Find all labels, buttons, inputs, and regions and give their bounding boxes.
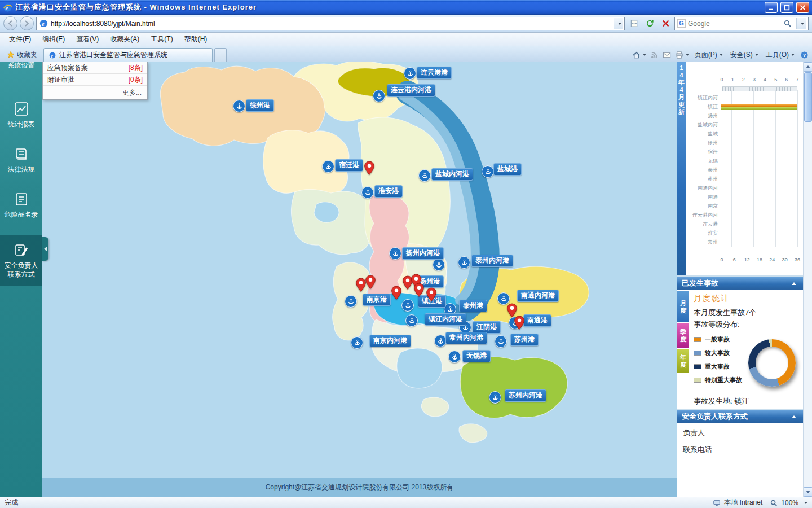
zoom-dropdown-icon[interactable]	[804, 502, 807, 504]
port-label[interactable]: 盐城港	[493, 163, 522, 176]
quick-menu-item[interactable]: 附证审批[0条]	[43, 74, 147, 86]
zoom-level[interactable]: 100%	[781, 499, 798, 507]
port-label[interactable]: 连云港内河港	[387, 84, 435, 97]
accident-tab-月度[interactable]: 月度	[677, 291, 689, 322]
refresh-button[interactable]	[643, 17, 656, 30]
print-button[interactable]	[675, 51, 689, 59]
map-area[interactable]: 连云港港连云港内河港徐州港宿迁港淮安港盐城内河港盐城港扬州内河港泰州内河港扬州港…	[42, 62, 677, 497]
port-anchor-icon[interactable]	[448, 351, 461, 363]
port-label[interactable]: 苏州内河港	[505, 389, 546, 402]
sidebar-item[interactable]: 危险品名录	[0, 190, 42, 221]
collapse-up-icon[interactable]	[789, 279, 798, 287]
port-label[interactable]: 连云港港	[417, 67, 452, 79]
search-button[interactable]	[780, 17, 794, 30]
port-label[interactable]: 徐州港	[246, 99, 274, 112]
feeds-button[interactable]	[650, 51, 659, 59]
quick-menu-item[interactable]: 应急预案备案[8条]	[43, 62, 147, 74]
port-label[interactable]: 宿迁港	[335, 159, 363, 172]
compatibility-view-button[interactable]	[627, 17, 641, 30]
port-anchor-icon[interactable]	[495, 335, 507, 348]
quick-menu-more[interactable]: 更多...	[43, 86, 147, 99]
scroll-up-button[interactable]	[804, 62, 812, 72]
maximize-button[interactable]	[780, 2, 793, 13]
stop-button[interactable]	[659, 17, 672, 30]
port-anchor-icon[interactable]	[345, 295, 357, 308]
command-button[interactable]: 工具(O)	[764, 50, 796, 60]
port-label[interactable]: 扬州内河港	[402, 247, 444, 260]
port-anchor-icon[interactable]	[401, 299, 414, 312]
menu-item[interactable]: 文件(F)	[3, 33, 37, 46]
port-anchor-icon[interactable]	[489, 391, 501, 404]
port-anchor-icon[interactable]	[361, 186, 374, 199]
command-button[interactable]: 页面(P)	[693, 50, 725, 60]
close-button[interactable]	[796, 2, 809, 13]
help-button[interactable]: ?	[800, 51, 809, 59]
minimize-button[interactable]	[765, 2, 778, 13]
port-anchor-icon[interactable]	[233, 100, 245, 112]
accident-tab-季度[interactable]: 季度	[677, 323, 689, 348]
vertical-scrollbar[interactable]	[803, 62, 812, 497]
port-label[interactable]: 泰州内河港	[471, 255, 513, 267]
menu-item[interactable]: 查看(V)	[70, 33, 104, 46]
port-anchor-icon[interactable]	[405, 314, 418, 327]
port-label[interactable]: 苏州港	[510, 334, 539, 346]
accident-pin-icon[interactable]	[514, 316, 524, 330]
port-label[interactable]: 无锡港	[462, 350, 491, 362]
port-anchor-icon[interactable]	[433, 259, 445, 271]
port-label[interactable]: 镇江内河港	[425, 313, 466, 326]
port-anchor-icon[interactable]	[351, 336, 363, 349]
read-mail-button[interactable]	[663, 51, 671, 59]
search-input[interactable]	[688, 20, 778, 28]
home-button[interactable]	[632, 51, 646, 59]
accident-pin-icon[interactable]	[391, 286, 401, 300]
port-label[interactable]: 盐城内河港	[431, 168, 473, 181]
contact-panel-header[interactable]: 安全负责人联系方式	[677, 410, 803, 423]
accident-tab-年度[interactable]: 年度	[677, 349, 689, 373]
port-anchor-icon[interactable]	[322, 160, 334, 173]
sidebar-collapse-handle[interactable]	[42, 237, 48, 261]
port-label[interactable]: 南京港	[363, 294, 391, 306]
accident-pin-icon[interactable]	[364, 161, 374, 176]
search-dropdown[interactable]	[796, 18, 806, 29]
accidents-panel-header[interactable]: 已发生事故	[677, 277, 803, 290]
sidebar-item-top[interactable]: 系统设置	[0, 62, 42, 68]
address-dropdown[interactable]	[614, 18, 623, 29]
browser-tab[interactable]: e 江苏省港口安全监管与应急管理系统	[43, 48, 213, 62]
port-anchor-icon[interactable]	[434, 335, 447, 347]
port-label[interactable]: 南京内河港	[369, 335, 411, 347]
port-label[interactable]: 淮安港	[374, 185, 403, 198]
port-label[interactable]: 泰州港	[459, 300, 487, 312]
content-area: 系统设置 统计报表法律法规危险品名录安全负责人联系方式	[0, 62, 812, 497]
scroll-down-button[interactable]	[804, 487, 812, 497]
favorites-button[interactable]: 收藏夹	[2, 48, 42, 62]
axis-tick: 24	[769, 257, 775, 262]
port-label[interactable]: 常州内河港	[445, 332, 487, 344]
forward-button[interactable]	[20, 16, 34, 30]
port-anchor-icon[interactable]	[373, 90, 385, 102]
sidebar-item[interactable]: 安全负责人联系方式	[0, 235, 42, 286]
port-anchor-icon[interactable]	[418, 169, 431, 182]
chart-bar-row	[721, 165, 797, 174]
menu-item[interactable]: 编辑(E)	[37, 33, 70, 46]
new-tab-stub[interactable]	[214, 48, 227, 62]
port-anchor-icon[interactable]	[458, 256, 470, 269]
scroll-thumb[interactable]	[804, 72, 812, 122]
port-label[interactable]: 南通港	[523, 314, 551, 327]
collapse-up-icon[interactable]	[789, 413, 798, 421]
accident-pin-icon[interactable]	[414, 283, 424, 297]
accident-pin-icon[interactable]	[356, 278, 366, 292]
accident-pin-icon[interactable]	[365, 275, 376, 290]
port-anchor-icon[interactable]	[389, 247, 401, 260]
menu-item[interactable]: 帮助(H)	[179, 33, 213, 46]
address-input[interactable]	[51, 20, 611, 28]
sidebar-item[interactable]: 法律法规	[0, 144, 42, 176]
menu-item[interactable]: 工具(T)	[145, 33, 178, 46]
port-anchor-icon[interactable]	[482, 165, 494, 178]
command-button[interactable]: 安全(S)	[729, 50, 760, 60]
port-label[interactable]: 南通内河港	[517, 290, 559, 302]
port-anchor-icon[interactable]	[404, 67, 416, 80]
accident-pin-icon[interactable]	[426, 287, 436, 302]
sidebar-item[interactable]: 统计报表	[0, 99, 42, 131]
back-button[interactable]	[3, 16, 17, 30]
menu-item[interactable]: 收藏夹(A)	[104, 33, 145, 46]
